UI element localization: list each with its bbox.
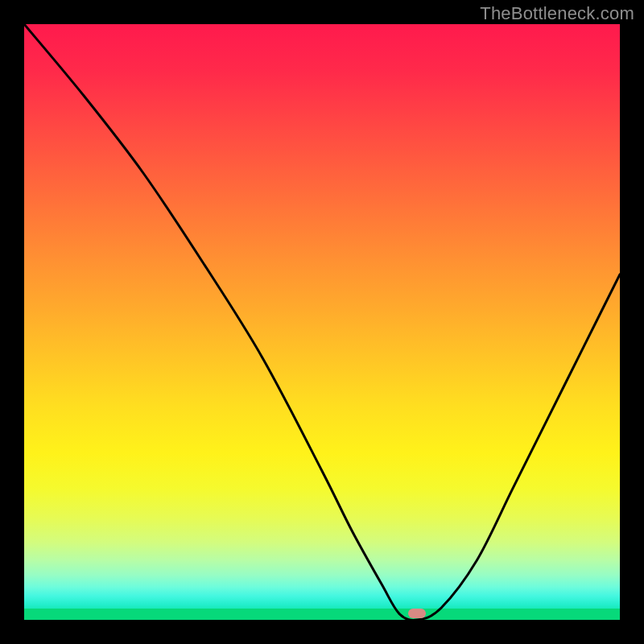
chart-frame: TheBottleneck.com xyxy=(0,0,644,644)
bottleneck-curve xyxy=(24,24,620,620)
watermark-text: TheBottleneck.com xyxy=(480,3,634,24)
optimal-point-marker xyxy=(408,609,426,618)
plot-area xyxy=(24,24,620,620)
